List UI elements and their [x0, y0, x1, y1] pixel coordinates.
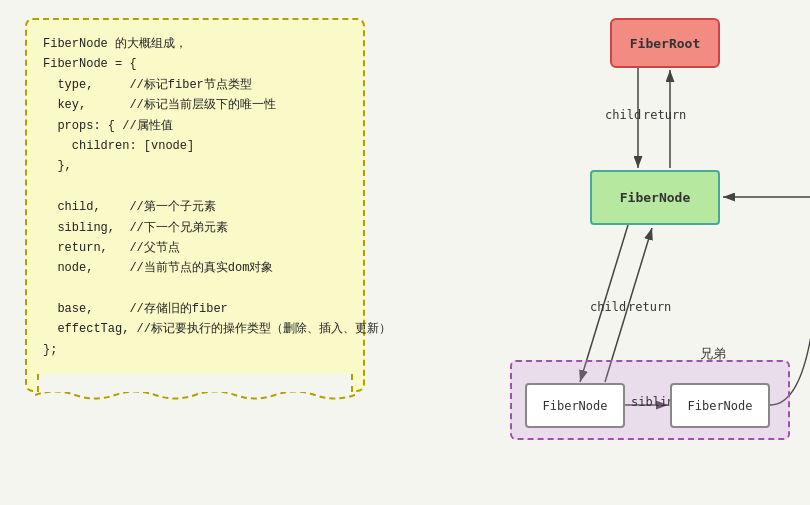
- sibling-group-label: 兄弟: [700, 345, 726, 363]
- fiber-node-br: FiberNode: [670, 383, 770, 428]
- code-box: FiberNode 的大概组成， FiberNode = { type, //标…: [25, 18, 365, 392]
- return-label-bottom: return: [628, 300, 671, 314]
- left-panel: FiberNode 的大概组成， FiberNode = { type, //标…: [0, 0, 390, 505]
- fiber-root-label: FiberRoot: [630, 36, 700, 51]
- fiber-node-bl-label: FiberNode: [542, 399, 607, 413]
- code-text: FiberNode 的大概组成， FiberNode = { type, //标…: [43, 34, 347, 360]
- return-label-top: return: [643, 108, 686, 122]
- fiber-root-node: FiberRoot: [610, 18, 720, 68]
- right-panel: FiberRoot child return FiberNode child r…: [390, 0, 810, 505]
- fiber-node-br-label: FiberNode: [687, 399, 752, 413]
- fiber-node-center-label: FiberNode: [620, 190, 690, 205]
- child-label-top: child: [605, 108, 641, 122]
- child-label-bottom: child: [590, 300, 626, 314]
- fiber-node-center: FiberNode: [590, 170, 720, 225]
- fiber-node-bl: FiberNode: [525, 383, 625, 428]
